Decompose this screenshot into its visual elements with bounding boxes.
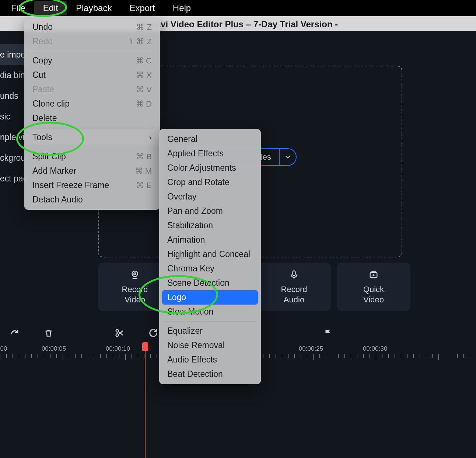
trash-icon[interactable] <box>43 327 55 339</box>
timeline-label: 00:00:05 <box>42 345 66 353</box>
svg-point-1 <box>134 273 136 275</box>
edit-menu-item[interactable]: Cut⌘ X <box>24 68 160 82</box>
menu-item-label: Overlay <box>167 192 196 202</box>
menu-item-label: Redo <box>32 37 53 46</box>
tile-record-audio[interactable]: RecordAudio <box>257 263 331 311</box>
tile-quick-video[interactable]: QuickVideo <box>337 263 410 311</box>
menu-item-label: Pan and Zoom <box>167 206 223 216</box>
menu-file[interactable]: File <box>2 1 34 15</box>
menu-item-label: Logo <box>167 292 186 302</box>
menu-item-label: Clone clip <box>32 99 70 109</box>
menu-item-label: Applied Effects <box>167 149 224 159</box>
tile-label: RecordVideo <box>122 284 148 305</box>
chevron-right-icon: › <box>149 133 152 142</box>
redo-arrow-icon[interactable] <box>9 327 21 339</box>
menu-playback[interactable]: Playback <box>67 1 120 15</box>
menu-shortcut: ⌘ B <box>136 152 152 162</box>
menu-item-label: Equalizer <box>167 326 203 336</box>
tools-menu-item[interactable]: Equalizer <box>159 324 261 338</box>
edit-menu-item[interactable]: Detach Audio <box>24 192 160 207</box>
tools-menu-item[interactable]: Noise Removal <box>159 338 261 353</box>
tools-menu-item[interactable]: General <box>159 132 261 146</box>
menu-item-label: Color Adjustments <box>167 163 236 173</box>
timeline-label: 00:00:10 <box>106 345 130 353</box>
svg-rect-2 <box>293 271 295 276</box>
edit-menu-item[interactable]: Delete <box>24 111 160 125</box>
edit-menu-item[interactable]: Clone clip⌘ D <box>24 97 160 111</box>
playhead-line <box>145 351 146 458</box>
edit-menu-item[interactable]: Undo⌘ Z <box>24 20 160 34</box>
tile-label: QuickVideo <box>363 284 384 305</box>
menu-item-label: Animation <box>167 235 205 245</box>
menu-shortcut: ⌘ Z <box>136 22 152 32</box>
menu-shortcut: ⌘ V <box>136 85 152 94</box>
menu-help[interactable]: Help <box>164 1 200 15</box>
edit-menu-item[interactable]: Copy⌘ C <box>24 53 160 68</box>
tools-menu-item[interactable]: Audio Effects <box>159 353 261 367</box>
tools-menu-item[interactable]: Highlight and Conceal <box>159 247 261 261</box>
menubar: File Edit Playback Export Help <box>0 0 476 16</box>
menu-edit[interactable]: Edit <box>34 1 67 15</box>
menu-item-label: Undo <box>32 22 53 32</box>
tools-menu-item[interactable]: Stabilization <box>159 218 261 233</box>
tools-menu-item[interactable]: Chroma Key <box>159 261 261 276</box>
menu-item-label: Beat Detection <box>167 369 223 379</box>
edit-menu-item: Paste⌘ V <box>24 82 160 97</box>
menu-item-label: Audio Effects <box>167 355 217 365</box>
tools-menu-item[interactable]: Animation <box>159 233 261 247</box>
tools-menu-item[interactable]: Color Adjustments <box>159 161 261 175</box>
tools-menu-item[interactable]: Scene Detection <box>159 276 261 290</box>
edit-menu-item: Redo⇧ ⌘ Z <box>24 34 160 49</box>
tools-menu-item[interactable]: Beat Detection <box>159 367 261 381</box>
menu-item-label: Detach Audio <box>32 195 83 205</box>
edit-menu-item[interactable]: Insert Freeze Frame⌘ E <box>24 178 160 192</box>
tools-menu-item[interactable]: Overlay <box>159 190 261 204</box>
menu-shortcut: ⌘ E <box>136 181 152 190</box>
menu-shortcut: ⌘ C <box>136 56 152 66</box>
menu-item-label: Crop and Rotate <box>167 177 230 187</box>
menu-item-label: Highlight and Conceal <box>167 249 250 259</box>
tools-menu-item[interactable]: Logo <box>162 290 258 305</box>
flag-icon[interactable] <box>322 327 334 339</box>
timeline-label: 00 <box>0 345 7 353</box>
menu-shortcut: ⌘ M <box>135 166 152 176</box>
svg-point-0 <box>132 271 138 277</box>
menu-item-label: General <box>167 134 197 144</box>
menu-item-label: Copy <box>32 56 52 66</box>
menu-shortcut: ⌘ D <box>136 99 152 109</box>
tools-menu-item[interactable]: Crop and Rotate <box>159 175 261 190</box>
menu-item-label: Insert Freeze Frame <box>32 180 109 190</box>
tools-submenu: GeneralApplied EffectsColor AdjustmentsC… <box>159 129 261 384</box>
timeline-label: 00:00:30 <box>363 345 387 353</box>
tools-menu-item[interactable]: Applied Effects <box>159 146 261 161</box>
playhead[interactable] <box>142 342 148 351</box>
tools-menu-item[interactable]: Slow Motion <box>159 305 261 319</box>
menu-item-label: Paste <box>32 84 54 94</box>
menu-item-label: Add Marker <box>32 166 76 176</box>
menu-item-label: Scene Detection <box>167 278 230 288</box>
menu-item-label: Noise Removal <box>167 340 225 350</box>
menu-shortcut: ⌘ X <box>136 70 152 80</box>
timeline-label: 00:00:25 <box>299 345 323 353</box>
edit-menu: Undo⌘ ZRedo⇧ ⌘ ZCopy⌘ CCut⌘ XPaste⌘ VClo… <box>24 17 160 210</box>
menu-item-label: Slow Motion <box>167 307 213 317</box>
rotate-icon[interactable] <box>147 327 159 339</box>
edit-menu-item[interactable]: Split Clip⌘ B <box>24 149 160 164</box>
webcam-icon <box>129 269 141 281</box>
tools-menu-item[interactable]: Pan and Zoom <box>159 204 261 218</box>
add-files-dropdown[interactable] <box>280 151 296 163</box>
edit-menu-item[interactable]: Tools› <box>24 130 160 145</box>
scissors-icon[interactable] <box>113 327 125 339</box>
menu-item-label: Tools <box>32 132 52 142</box>
menu-item-label: Chroma Key <box>167 264 214 274</box>
menu-export[interactable]: Export <box>120 1 164 15</box>
menu-item-label: Stabilization <box>167 221 213 230</box>
menu-item-label: Cut <box>32 70 46 80</box>
microphone-icon <box>288 269 300 281</box>
menu-item-label: Split Clip <box>32 152 66 162</box>
quick-video-icon <box>368 269 379 281</box>
chevron-down-icon <box>282 151 294 163</box>
tile-label: RecordAudio <box>281 284 307 305</box>
edit-menu-item[interactable]: Add Marker⌘ M <box>24 164 160 178</box>
menu-item-label: Delete <box>32 113 57 123</box>
